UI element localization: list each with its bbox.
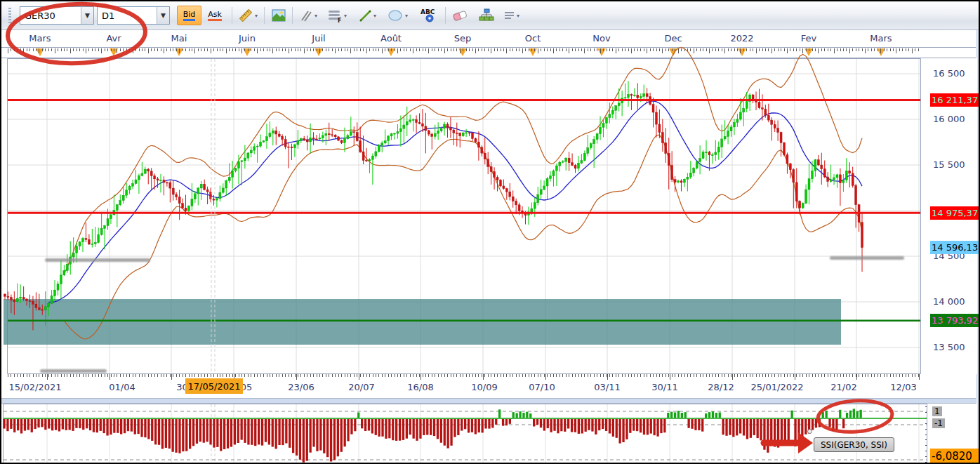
ruler-tick xyxy=(475,48,476,53)
ruler-tick xyxy=(731,48,731,51)
ruler-tick xyxy=(126,48,127,51)
ruler-tick-major xyxy=(296,374,297,380)
ask-button[interactable]: Ask xyxy=(203,6,227,25)
ruler-tick xyxy=(675,374,675,377)
ruler-tick xyxy=(790,48,790,51)
price-tick-label: 16 500 xyxy=(933,68,965,79)
ruler-tick xyxy=(211,374,211,377)
ruler-tick xyxy=(696,48,697,51)
ruler-tick xyxy=(703,48,703,51)
ruler-tick xyxy=(451,374,451,377)
chevron-down-icon[interactable]: ▾ xyxy=(255,13,258,19)
ruler-tick xyxy=(800,374,800,377)
chevron-down-icon[interactable]: ▼ xyxy=(157,7,169,24)
ruler-tick xyxy=(547,374,548,377)
toolbar-options-button[interactable]: ▾ xyxy=(501,6,522,25)
chevron-down-icon[interactable]: ▾ xyxy=(517,13,519,19)
ruler-tick xyxy=(746,374,747,377)
month-label: Nov xyxy=(592,33,610,44)
chevron-down-icon[interactable]: ▾ xyxy=(314,13,317,19)
period-select[interactable]: D1 ▼ xyxy=(97,6,170,25)
chevron-down-icon[interactable]: ▾ xyxy=(405,13,408,19)
date-tick-label: 21/02 xyxy=(830,382,856,392)
ruler-tick xyxy=(322,374,323,377)
ruler-tick xyxy=(347,374,348,377)
ruler-tick xyxy=(662,48,663,53)
ruler-tick xyxy=(824,48,825,51)
ruler-tick xyxy=(600,374,601,377)
symbol-select[interactable]: GER30 ▼ xyxy=(20,6,94,25)
ruler-tick xyxy=(51,48,52,51)
ruler-tick xyxy=(369,374,370,377)
toolbar-grip[interactable] xyxy=(8,8,11,23)
ruler-tick xyxy=(622,48,623,51)
ruler-tick xyxy=(494,374,495,377)
ruler-tick xyxy=(73,374,74,377)
ruler-tick xyxy=(843,374,844,377)
ruler-tick xyxy=(740,48,741,53)
ruler-tick xyxy=(360,374,361,377)
ruler-tick xyxy=(709,48,710,53)
ruler-tick xyxy=(27,48,27,51)
ruler-tick xyxy=(400,48,401,51)
crosshair-date-chip: 17/05/2021 xyxy=(185,378,243,394)
ruler-tick xyxy=(391,374,392,377)
ssi-drag-handle[interactable] xyxy=(807,429,812,434)
ruler-tick xyxy=(241,48,242,53)
fibonacci-tool-button[interactable]: F ▾ xyxy=(324,6,350,25)
ruler-tick xyxy=(644,374,644,377)
ruler-tick xyxy=(456,374,457,377)
ruler-tick xyxy=(453,374,454,377)
screenshot-tool-button[interactable] xyxy=(270,6,288,25)
ruler-tick xyxy=(267,48,267,51)
ruler-tick xyxy=(248,374,249,377)
ruler-tick xyxy=(48,48,49,51)
ruler-tick xyxy=(612,48,613,51)
bid-button[interactable]: Bid xyxy=(177,6,201,25)
ruler-tick xyxy=(213,48,214,51)
chevron-down-icon[interactable]: ▾ xyxy=(373,13,376,19)
date-tick-label: 12/03 xyxy=(890,382,916,392)
month-tick-ruler[interactable] xyxy=(1,47,977,58)
ruler-tick xyxy=(687,374,688,377)
ask-label: Ask xyxy=(208,10,222,19)
ruler-tick xyxy=(475,374,476,377)
ruler-tick xyxy=(734,374,735,377)
ruler-tick xyxy=(662,374,663,377)
ruler-tick xyxy=(625,48,625,51)
month-label: Juin xyxy=(239,33,256,44)
ruler-tick xyxy=(809,48,809,51)
ssi-indicator-panel[interactable] xyxy=(3,404,927,464)
ruler-tick xyxy=(419,374,420,377)
panel-separator[interactable] xyxy=(1,398,977,404)
ruler-tick xyxy=(868,48,868,51)
ruler-tick xyxy=(460,48,461,53)
main-chart-area[interactable] xyxy=(7,58,921,374)
date-axis[interactable]: 17/05/2021 15/02/202101/0430/040523/0620… xyxy=(1,374,977,398)
ruler-tick xyxy=(310,48,311,51)
ruler-tick xyxy=(117,374,117,377)
ruler-tick xyxy=(529,374,529,377)
trendline-tool-button[interactable]: ▾ xyxy=(355,6,379,25)
ruler-tick xyxy=(734,48,735,51)
ruler-tick xyxy=(107,48,108,51)
eraser-tool-button[interactable] xyxy=(449,6,470,25)
ruler-tick xyxy=(672,48,673,51)
chevron-down-icon[interactable]: ▼ xyxy=(81,7,93,24)
text-label-tool-button[interactable]: ABC xyxy=(417,6,439,25)
indicators-tool-button[interactable] xyxy=(476,6,497,25)
ruler-tick xyxy=(616,374,616,377)
ellipse-tool-button[interactable]: ▾ xyxy=(385,6,410,25)
ruler-tool-button[interactable]: ▾ xyxy=(236,6,260,25)
ruler-tick xyxy=(772,48,772,53)
ruler-tick xyxy=(756,48,757,53)
ruler-tick xyxy=(887,48,887,51)
ruler-tick xyxy=(647,374,647,377)
chevron-down-icon[interactable]: ▾ xyxy=(344,13,347,19)
parallel-lines-tool-button[interactable]: ▾ xyxy=(296,6,320,25)
ruler-tick xyxy=(753,48,753,51)
ruler-tick xyxy=(298,374,298,377)
ruler-tick xyxy=(419,48,420,51)
ruler-tick xyxy=(151,374,152,377)
ruler-tick xyxy=(525,48,526,51)
